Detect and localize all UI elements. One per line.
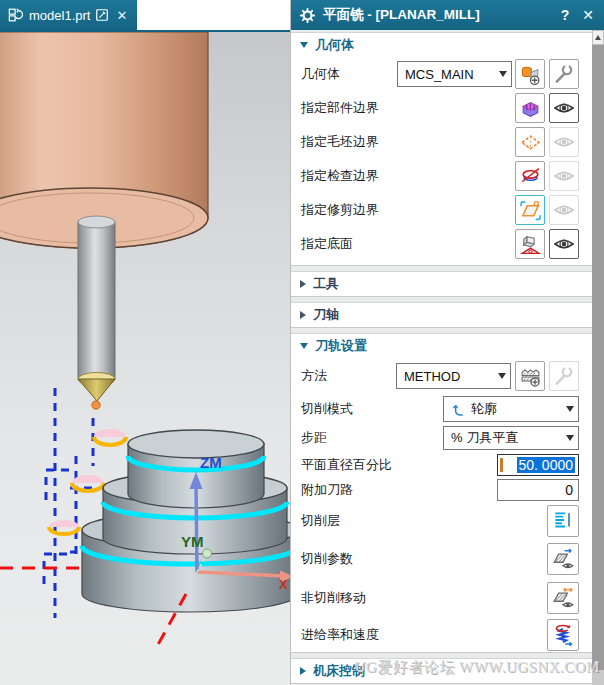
percent-diameter-input[interactable]: 50. 0000: [497, 454, 579, 476]
non-cutting-moves-row: 非切削移动: [291, 578, 593, 618]
non-cutting-moves-icon: [551, 586, 575, 610]
cut-levels-row: 切削层: [291, 502, 593, 540]
part-boundary-icon: [519, 97, 542, 120]
check-boundary-icon: [519, 165, 542, 188]
stock-cylinder: [0, 32, 208, 248]
eye-icon: [552, 168, 576, 184]
feeds-speeds-row: 进给率和速度: [291, 618, 593, 652]
section-expand-icon: [300, 42, 308, 48]
dialog-close-icon[interactable]: ✕: [579, 7, 597, 23]
scrollbar-up-icon[interactable]: [592, 30, 604, 45]
percent-diameter-row: 平面直径百分比 50. 0000: [291, 452, 593, 477]
chevron-down-icon: [498, 373, 506, 379]
section-geometry: 几何体 几何体 MCS_MAIN: [291, 32, 593, 266]
select-trim-boundary-button[interactable]: [515, 195, 545, 225]
planar-mill-dialog: 平面铣 - [PLANAR_MILL] ? ✕ 几何体 几何体 MCS_MAIN: [290, 0, 604, 685]
gear-icon: [299, 7, 316, 24]
boundary-row: 指定修剪边界: [291, 193, 593, 227]
boundary-row: 指定部件边界: [291, 91, 593, 125]
profile-cut-icon: [451, 402, 466, 417]
cutting-params-icon: [551, 547, 575, 571]
section-tool-axis: 刀轴: [291, 302, 593, 328]
display-trim-boundary-button[interactable]: [549, 195, 579, 225]
scrollbar-thumb[interactable]: [592, 45, 604, 670]
dialog-title: 平面铣 - [PLANAR_MILL]: [323, 6, 551, 24]
help-icon[interactable]: ?: [558, 7, 573, 23]
cut-pattern-row: 切削模式 轮廓: [291, 394, 593, 424]
edit-method-button[interactable]: [549, 361, 579, 391]
section-header-path-settings[interactable]: 刀轨设置: [291, 334, 593, 358]
geometry-select[interactable]: MCS_MAIN: [397, 61, 512, 87]
method-select[interactable]: METHOD: [396, 363, 511, 389]
section-collapse-icon: [300, 311, 306, 319]
section-path-settings: 刀轨设置 方法 METHOD: [291, 333, 593, 653]
display-floor-button[interactable]: [549, 229, 579, 259]
feeds-speeds-button[interactable]: [547, 619, 579, 651]
eye-icon: [552, 202, 576, 218]
display-part-boundary-button[interactable]: [549, 93, 579, 123]
modified-doc-icon: [95, 8, 109, 22]
select-blank-boundary-button[interactable]: [515, 127, 545, 157]
tab-bar: model1.prt ✕: [0, 0, 290, 30]
geometry-label: 几何体: [301, 65, 340, 83]
section-collapse-icon: [300, 667, 306, 675]
part-window-icon: [8, 7, 24, 23]
dialog-scrollbar[interactable]: [592, 30, 604, 685]
method-row: 方法 METHOD: [291, 358, 593, 394]
new-method-icon: [519, 365, 542, 388]
stepover-select[interactable]: % 刀具平直: [443, 426, 579, 450]
cut-levels-button[interactable]: [547, 505, 579, 537]
section-header-machine-control[interactable]: 机床控制: [291, 659, 593, 683]
boundary-row: 指定毛坯边界: [291, 125, 593, 159]
cutting-params-button[interactable]: [547, 543, 579, 575]
boundary-row: 指定检查边界: [291, 159, 593, 193]
non-cutting-moves-button[interactable]: [547, 582, 579, 614]
chevron-down-icon: [499, 71, 507, 77]
feeds-speeds-icon: [551, 623, 575, 647]
geometry-row: 几何体 MCS_MAIN: [291, 57, 593, 91]
wrench-icon: [553, 63, 575, 85]
wrench-icon: [553, 365, 575, 387]
cut-levels-icon: [551, 509, 575, 533]
section-tool: 工具: [291, 271, 593, 297]
axis-label-x: X: [279, 577, 288, 592]
boundary-row: 指定底面: [291, 227, 593, 261]
select-part-boundary-button[interactable]: [515, 93, 545, 123]
section-header-tool-axis[interactable]: 刀轴: [291, 303, 593, 327]
tab-model1[interactable]: model1.prt ✕: [0, 0, 137, 30]
trim-boundary-icon: [519, 199, 542, 222]
tab-title: model1.prt: [29, 8, 90, 23]
chevron-down-icon: [566, 406, 574, 412]
eye-icon: [552, 134, 576, 150]
axis-label-ym: YM: [181, 533, 204, 550]
text-cursor: [500, 458, 503, 472]
tool: [78, 216, 115, 409]
section-header-geometry[interactable]: 几何体: [291, 33, 593, 57]
display-blank-boundary-button[interactable]: [549, 127, 579, 157]
cutting-params-row: 切削参数: [291, 540, 593, 578]
viewport-scene: ZM YM X: [0, 32, 290, 685]
select-check-boundary-button[interactable]: [515, 161, 545, 191]
select-floor-button[interactable]: [515, 229, 545, 259]
stepover-row: 步距 % 刀具平直: [291, 424, 593, 452]
section-expand-icon: [300, 343, 308, 349]
dialog-body: 几何体 几何体 MCS_MAIN: [291, 30, 593, 685]
chevron-down-icon: [566, 435, 574, 441]
cut-pattern-select[interactable]: 轮廓: [443, 396, 579, 422]
eye-icon: [552, 236, 576, 252]
blank-boundary-icon: [519, 131, 542, 154]
floor-icon: [519, 233, 542, 256]
section-header-tool[interactable]: 工具: [291, 272, 593, 296]
dialog-titlebar[interactable]: 平面铣 - [PLANAR_MILL] ? ✕: [291, 0, 604, 30]
axis-label-zm: ZM: [200, 454, 222, 471]
section-collapse-icon: [300, 280, 306, 288]
tab-close-icon[interactable]: ✕: [116, 8, 127, 23]
edit-geometry-button[interactable]: [549, 59, 579, 89]
nx-window: model1.prt ✕: [0, 0, 604, 685]
display-check-boundary-button[interactable]: [549, 161, 579, 191]
additional-passes-row: 附加刀路: [291, 477, 593, 502]
new-method-button[interactable]: [515, 361, 545, 391]
viewport-canvas[interactable]: ZM YM X: [0, 30, 290, 685]
additional-passes-input[interactable]: [497, 479, 579, 501]
new-geometry-button[interactable]: [515, 59, 545, 89]
